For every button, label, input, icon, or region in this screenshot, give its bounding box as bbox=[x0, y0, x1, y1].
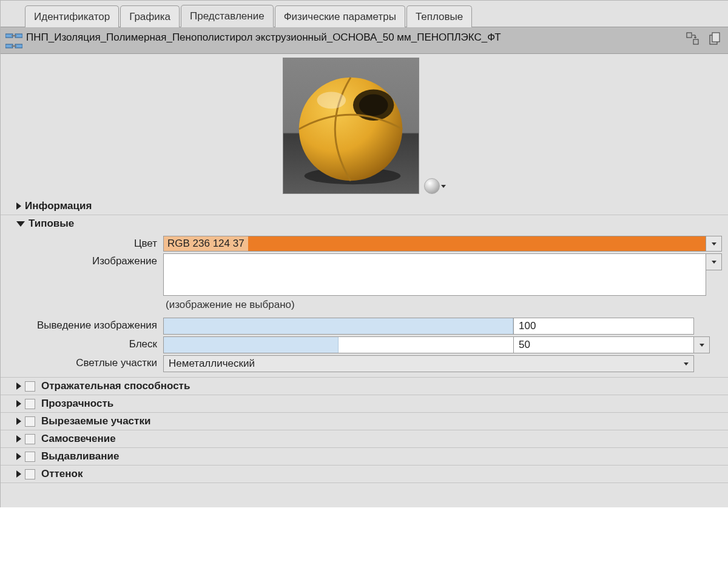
slider-fill bbox=[164, 318, 513, 334]
label-highlights: Светлые участки bbox=[7, 355, 163, 369]
section-generic-header[interactable]: Типовые bbox=[1, 215, 728, 232]
tab-thermal[interactable]: Тепловые bbox=[406, 5, 472, 27]
section-checkbox[interactable] bbox=[25, 434, 35, 444]
header-right-icons bbox=[686, 30, 722, 46]
tab-label: Физические параметры bbox=[284, 11, 396, 22]
disclosure-triangle-icon bbox=[16, 435, 21, 442]
section-transparency-header[interactable]: Прозрачность bbox=[1, 395, 728, 413]
section-title: Информация bbox=[25, 200, 92, 212]
image-fade-slider[interactable] bbox=[163, 318, 514, 335]
svg-rect-2 bbox=[12, 35, 16, 36]
disclosure-triangle-icon bbox=[16, 400, 21, 407]
tab-label: Тепловые bbox=[416, 11, 463, 22]
tab-bar: Идентификатор Графика Представление Физи… bbox=[1, 1, 728, 27]
label-gloss: Блеск bbox=[7, 336, 163, 350]
material-editor-panel: Идентификатор Графика Представление Физи… bbox=[0, 0, 728, 507]
section-checkbox[interactable] bbox=[25, 469, 35, 479]
section-selfillum-header[interactable]: Самосвечение bbox=[1, 430, 728, 448]
svg-rect-9 bbox=[712, 33, 720, 42]
tab-appearance[interactable]: Представление bbox=[181, 5, 274, 27]
tab-label: Графика bbox=[129, 11, 170, 22]
section-generic-body: Цвет RGB 236 124 37 Изображение (изображ… bbox=[1, 232, 728, 378]
row-image-hint: (изображение не выбрано) bbox=[7, 298, 722, 316]
svg-rect-5 bbox=[12, 45, 16, 47]
section-checkbox[interactable] bbox=[25, 381, 35, 392]
row-gloss: Блеск 50 bbox=[7, 336, 722, 353]
chevron-down-icon bbox=[684, 362, 689, 366]
section-checkbox[interactable] bbox=[25, 399, 35, 409]
row-highlights: Светлые участки Неметаллический bbox=[7, 355, 722, 372]
chevron-down-icon bbox=[441, 185, 446, 188]
disclosure-triangle-icon bbox=[16, 453, 21, 460]
slider-fill bbox=[164, 337, 339, 353]
preview-area bbox=[1, 54, 728, 198]
highlights-value-text: Неметаллический bbox=[169, 358, 255, 370]
label-image-fade: Выведение изображения bbox=[7, 318, 163, 332]
chevron-down-icon bbox=[712, 261, 716, 264]
row-image-fade: Выведение изображения 100 bbox=[7, 318, 722, 335]
link-icon[interactable] bbox=[5, 42, 22, 50]
preview-shape-dropdown[interactable] bbox=[424, 178, 446, 194]
image-drop-area[interactable] bbox=[163, 253, 706, 296]
material-preview-thumbnail[interactable] bbox=[283, 58, 419, 194]
label-image: Изображение bbox=[7, 253, 163, 267]
image-hint-text: (изображение не выбрано) bbox=[163, 298, 297, 316]
chevron-down-icon bbox=[699, 344, 704, 347]
svg-point-11 bbox=[299, 78, 402, 181]
gloss-slider[interactable] bbox=[163, 336, 514, 353]
tab-label: Идентификатор bbox=[34, 11, 110, 22]
image-dropdown-button[interactable] bbox=[706, 253, 722, 270]
section-cutouts-header[interactable]: Вырезаемые участки bbox=[1, 413, 728, 430]
section-tint-header[interactable]: Оттенок bbox=[1, 466, 728, 483]
disclosure-triangle-icon bbox=[16, 418, 21, 425]
svg-rect-6 bbox=[687, 33, 692, 38]
section-title: Самосвечение bbox=[41, 433, 116, 445]
label-color: Цвет bbox=[7, 236, 163, 250]
section-title: Вырезаемые участки bbox=[41, 415, 150, 427]
section-title: Типовые bbox=[29, 218, 74, 230]
disclosure-triangle-icon bbox=[16, 221, 25, 227]
section-reflectivity-header[interactable]: Отражательная способность bbox=[1, 378, 728, 395]
svg-point-13 bbox=[359, 94, 388, 116]
section-bump-header[interactable]: Выдавливание bbox=[1, 448, 728, 466]
tab-label: Представление bbox=[190, 10, 265, 22]
highlights-select[interactable]: Неметаллический bbox=[163, 355, 694, 372]
section-checkbox[interactable] bbox=[25, 452, 35, 462]
svg-rect-7 bbox=[693, 39, 698, 44]
image-fade-value[interactable]: 100 bbox=[514, 318, 694, 335]
material-header: ПНП_Изоляция_Полимерная_Пенополистирол э… bbox=[1, 27, 728, 54]
section-title: Выдавливание bbox=[41, 450, 119, 462]
color-value-text: RGB 236 124 37 bbox=[164, 236, 248, 251]
row-color: Цвет RGB 236 124 37 bbox=[7, 236, 722, 252]
gloss-dropdown-button[interactable] bbox=[694, 336, 710, 353]
svg-point-14 bbox=[317, 92, 346, 109]
material-name-text: ПНП_Изоляция_Полимерная_Пенополистирол э… bbox=[26, 30, 686, 44]
disclosure-triangle-icon bbox=[16, 202, 21, 210]
section-checkbox[interactable] bbox=[25, 416, 35, 427]
color-swatch-field[interactable]: RGB 236 124 37 bbox=[163, 236, 706, 252]
tab-graphics[interactable]: Графика bbox=[120, 5, 180, 27]
section-information-header[interactable]: Информация bbox=[1, 198, 728, 215]
sphere-icon bbox=[424, 178, 440, 194]
chevron-down-icon bbox=[712, 242, 716, 245]
section-title: Оттенок bbox=[41, 468, 83, 480]
section-title: Прозрачность bbox=[41, 398, 113, 410]
disclosure-triangle-icon bbox=[16, 382, 21, 390]
duplicate-asset-icon[interactable] bbox=[707, 32, 722, 46]
tab-physical[interactable]: Физические параметры bbox=[275, 5, 405, 27]
row-image: Изображение bbox=[7, 253, 722, 296]
link-icon[interactable] bbox=[5, 32, 22, 40]
disclosure-triangle-icon bbox=[16, 470, 21, 478]
tab-identifier[interactable]: Идентификатор bbox=[25, 5, 119, 27]
header-left-icons bbox=[1, 30, 26, 50]
color-dropdown-button[interactable] bbox=[706, 236, 722, 252]
replace-asset-icon[interactable] bbox=[686, 32, 700, 46]
gloss-value[interactable]: 50 bbox=[514, 336, 694, 353]
section-title: Отражательная способность bbox=[41, 380, 190, 392]
